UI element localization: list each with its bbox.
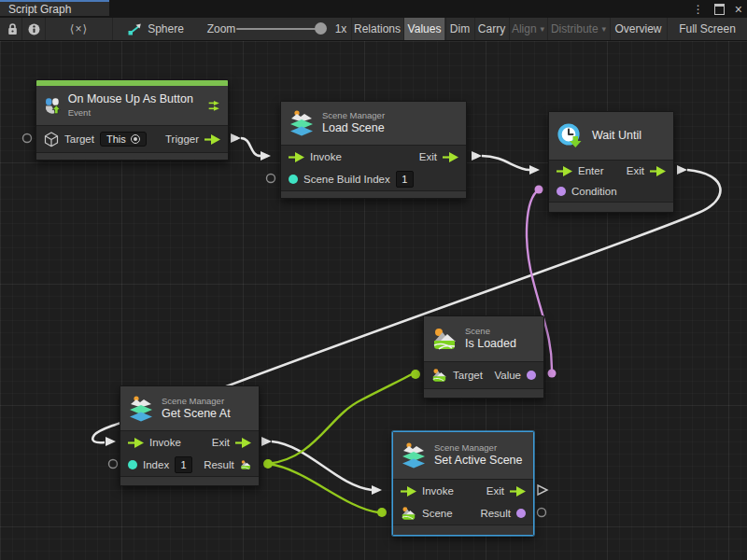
port-endpoint-getscene-exit-out[interactable] bbox=[261, 437, 272, 446]
chevron-down-icon: ▾ bbox=[541, 24, 545, 34]
graph-canvas[interactable]: On Mouse Up As Button Event Target This … bbox=[0, 41, 747, 560]
lock-button[interactable] bbox=[4, 18, 22, 40]
flow-port-invoke-in[interactable] bbox=[289, 152, 304, 162]
wire-trigger-to-load-invoke bbox=[241, 138, 261, 156]
dim-button[interactable]: Dim bbox=[445, 18, 473, 40]
port-empty-scene-build-index[interactable] bbox=[267, 175, 275, 183]
graph-owner-label: Sphere bbox=[148, 22, 184, 35]
align-dropdown[interactable]: Align ▾ bbox=[509, 18, 546, 40]
flow-port-exit-out[interactable] bbox=[443, 152, 458, 162]
flow-port-trigger-out[interactable] bbox=[204, 134, 220, 145]
port-endpoint-setactive-scene-in[interactable] bbox=[377, 508, 387, 517]
port-label-invoke: Invoke bbox=[149, 437, 181, 448]
node-is-loaded[interactable]: Scene Is Loaded Target Value bbox=[423, 315, 544, 399]
node-footer bbox=[36, 152, 228, 160]
port-endpoint-isloaded-value-out[interactable] bbox=[548, 370, 557, 378]
port-endpoint-isloaded-target-in[interactable] bbox=[411, 370, 420, 379]
carry-button[interactable]: Carry bbox=[474, 18, 508, 40]
port-label-index: Index bbox=[143, 459, 169, 470]
value-port-result-out[interactable] bbox=[516, 509, 526, 518]
lock-icon bbox=[7, 23, 18, 35]
node-subtitle: Scene Manager bbox=[434, 442, 523, 454]
wait-until-clock-icon bbox=[557, 122, 585, 150]
scene-mini-icon bbox=[431, 368, 447, 383]
zoom-slider-handle[interactable] bbox=[315, 22, 327, 35]
window-menu-icon[interactable]: ⋮ bbox=[693, 4, 704, 15]
port-label-invoke: Invoke bbox=[310, 151, 342, 162]
port-endpoint-getscene-invoke-in[interactable] bbox=[106, 437, 116, 446]
node-subtitle: Event bbox=[68, 107, 193, 119]
node-footer bbox=[549, 202, 673, 212]
flow-port-invoke-in[interactable] bbox=[128, 438, 144, 448]
graph-toolbar: ⟨×⟩ Sphere Zoom 1x Relations Values Dim … bbox=[0, 18, 747, 41]
flow-port-exit-out[interactable] bbox=[235, 438, 251, 448]
scene-build-index-field[interactable]: 1 bbox=[396, 171, 414, 188]
port-empty-setactive-result[interactable] bbox=[538, 509, 546, 517]
flow-port-exit-out[interactable] bbox=[650, 166, 666, 176]
node-footer bbox=[424, 388, 543, 398]
port-label-invoke: Invoke bbox=[422, 485, 454, 497]
node-load-scene[interactable]: Scene Manager Load Scene Invoke Exit Sce… bbox=[280, 101, 467, 199]
values-button[interactable]: Values bbox=[403, 18, 444, 40]
node-title: Is Loaded bbox=[465, 337, 516, 352]
port-endpoint-wait-exit-out[interactable] bbox=[677, 165, 687, 175]
wire-load-exit-to-wait-enter bbox=[482, 156, 529, 170]
scene-manager-icon bbox=[289, 109, 315, 137]
node-wait-until[interactable]: Wait Until Enter Exit Condition bbox=[548, 111, 674, 213]
info-button[interactable] bbox=[22, 18, 46, 40]
value-port-scene-build-index[interactable] bbox=[289, 175, 298, 184]
object-picker-icon[interactable] bbox=[131, 134, 140, 144]
flow-port-enter-in[interactable] bbox=[557, 166, 572, 176]
flow-port-exit-out[interactable] bbox=[510, 486, 526, 497]
port-empty-mouseup-target[interactable] bbox=[23, 134, 32, 143]
zoom-slider[interactable] bbox=[236, 18, 330, 40]
port-endpoint-wait-enter-in[interactable] bbox=[529, 165, 540, 175]
graph-owner-indicator[interactable]: Sphere bbox=[121, 18, 190, 40]
overview-button[interactable]: Overview bbox=[610, 18, 666, 40]
zoom-slider-track[interactable] bbox=[236, 28, 326, 30]
port-empty-setactive-exit[interactable] bbox=[538, 485, 547, 495]
port-empty-getscene-index[interactable] bbox=[109, 460, 118, 469]
scene-manager-icon bbox=[401, 441, 427, 469]
port-label-target: Target bbox=[453, 370, 483, 381]
port-label-enter: Enter bbox=[578, 165, 604, 176]
relations-button[interactable]: Relations bbox=[351, 18, 402, 40]
port-label-condition: Condition bbox=[571, 186, 617, 197]
distribute-dropdown[interactable]: Distribute ▾ bbox=[547, 18, 609, 40]
mouse-up-icon bbox=[44, 93, 61, 119]
index-field[interactable]: 1 bbox=[175, 456, 192, 473]
flow-port-invoke-in[interactable] bbox=[401, 486, 416, 497]
zoom-value: 1x bbox=[332, 18, 349, 40]
value-port-condition[interactable] bbox=[557, 187, 566, 196]
target-value-field[interactable]: This bbox=[100, 132, 147, 147]
wire-result-to-setactive-scene bbox=[268, 464, 378, 512]
wire-result-to-isloaded-target bbox=[268, 374, 412, 464]
port-endpoint-trigger-out[interactable] bbox=[231, 133, 241, 143]
value-port-value-out[interactable] bbox=[527, 371, 536, 380]
port-label-exit: Exit bbox=[212, 437, 230, 448]
scene-mini-icon bbox=[240, 457, 251, 472]
port-endpoint-getscene-result-out[interactable] bbox=[263, 459, 273, 469]
port-endpoint-wait-condition-in[interactable] bbox=[535, 186, 543, 194]
window-controls: ⋮ × bbox=[693, 0, 742, 18]
code-icon: ⟨×⟩ bbox=[70, 22, 88, 35]
port-endpoint-load-exit-out[interactable] bbox=[472, 151, 482, 161]
full-screen-button[interactable]: Full Screen bbox=[667, 18, 747, 40]
close-icon[interactable]: × bbox=[735, 3, 742, 16]
port-label-scene: Scene bbox=[422, 508, 453, 519]
node-set-active-scene[interactable]: Scene Manager Set Active Scene Invoke Ex… bbox=[392, 431, 534, 536]
scene-icon bbox=[431, 327, 458, 351]
port-endpoint-setactive-invoke-in[interactable] bbox=[372, 485, 382, 495]
node-get-scene-at[interactable]: Scene Manager Get Scene At Invoke Exit I… bbox=[120, 385, 260, 486]
tab-script-graph[interactable]: Script Graph bbox=[0, 0, 109, 16]
node-title: Wait Until bbox=[592, 129, 641, 144]
node-title: On Mouse Up As Button bbox=[68, 92, 193, 107]
scene-manager-icon bbox=[128, 395, 154, 423]
maximize-icon[interactable] bbox=[714, 4, 725, 15]
code-view-button[interactable]: ⟨×⟩ bbox=[46, 18, 113, 40]
value-port-index[interactable] bbox=[128, 460, 137, 469]
port-label-result: Result bbox=[480, 508, 511, 519]
port-endpoint-load-invoke-in[interactable] bbox=[261, 151, 271, 161]
node-on-mouse-up-as-button[interactable]: On Mouse Up As Button Event Target This … bbox=[35, 79, 229, 161]
port-label-scene-build-index: Scene Build Index bbox=[303, 174, 390, 185]
